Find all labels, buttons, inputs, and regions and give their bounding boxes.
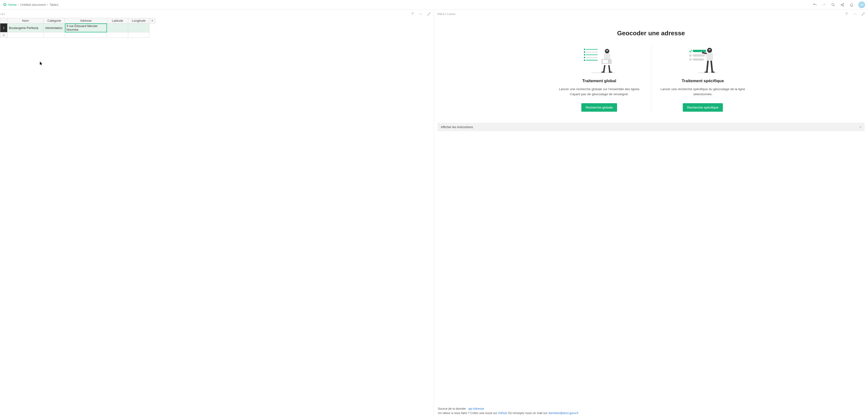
right-panel-title: TABLE1 Custom bbox=[437, 13, 456, 16]
header-longitude[interactable]: Longitude bbox=[128, 18, 150, 24]
header-nom[interactable]: Nom bbox=[7, 18, 44, 24]
breadcrumb-home[interactable]: Home bbox=[8, 3, 17, 6]
header-rownum bbox=[0, 18, 7, 24]
table-row[interactable]: 1 Boulangerie Perfecta Alimentation 3 ru… bbox=[0, 24, 155, 32]
widget-footer: Source de la donnée : api Adresse Un ret… bbox=[437, 404, 865, 416]
cell-latitude[interactable] bbox=[107, 24, 128, 32]
svg-rect-24 bbox=[606, 50, 608, 51]
widget-title: Geocoder une adresse bbox=[437, 29, 865, 37]
more-icon[interactable] bbox=[852, 11, 857, 17]
share-icon[interactable] bbox=[840, 2, 845, 7]
svg-point-13 bbox=[584, 49, 585, 50]
svg-point-21 bbox=[584, 60, 585, 61]
breadcrumb-sep: / bbox=[18, 3, 19, 6]
main-content: LE1 Nom Catégorie bbox=[0, 10, 868, 416]
topbar-actions: YB bbox=[812, 1, 865, 8]
cell-nom[interactable]: Boulangerie Perfecta bbox=[7, 24, 44, 32]
header-adresse[interactable]: Adresse bbox=[65, 18, 107, 24]
breadcrumb-doc[interactable]: Untitled document bbox=[20, 3, 45, 6]
filter-icon[interactable] bbox=[844, 11, 849, 17]
svg-point-17 bbox=[584, 54, 585, 55]
cell-adresse[interactable]: 3 rue Édouard Mercier Noumea bbox=[65, 24, 107, 32]
app-logo-icon[interactable] bbox=[3, 3, 7, 7]
source-label: Source de la donnée : bbox=[438, 407, 468, 411]
table-row[interactable]: 2 bbox=[0, 32, 155, 38]
svg-point-29 bbox=[609, 71, 612, 73]
expand-icon[interactable] bbox=[427, 11, 431, 17]
expand-icon[interactable] bbox=[861, 11, 866, 17]
search-icon[interactable] bbox=[831, 2, 836, 7]
left-panel-header: LE1 bbox=[0, 10, 434, 18]
svg-point-10 bbox=[854, 14, 854, 14]
svg-point-11 bbox=[855, 14, 855, 14]
option-global-heading: Traitement global bbox=[582, 79, 616, 83]
svg-point-40 bbox=[705, 71, 708, 73]
svg-rect-31 bbox=[693, 50, 706, 52]
cell-categorie[interactable]: Alimentation bbox=[44, 24, 65, 32]
notifications-icon[interactable] bbox=[849, 2, 854, 7]
email-link[interactable]: donnees@anct.gouv.fr bbox=[548, 411, 579, 415]
more-icon[interactable] bbox=[418, 11, 423, 17]
undo-icon[interactable] bbox=[812, 2, 817, 7]
github-link[interactable]: Github bbox=[498, 411, 507, 415]
svg-line-1 bbox=[834, 5, 835, 6]
redo-icon bbox=[822, 2, 827, 7]
add-column-button[interactable]: + bbox=[150, 18, 155, 24]
illustration-global bbox=[582, 46, 616, 75]
svg-rect-27 bbox=[602, 60, 608, 63]
plus-icon: + bbox=[859, 125, 861, 129]
option-global: Traitement global Lancer une recherche g… bbox=[549, 46, 650, 112]
feedback-mid: OU envoyez nous un mail sur bbox=[507, 411, 548, 415]
header-categorie[interactable]: Catégorie bbox=[44, 18, 65, 24]
breadcrumb: Home / Untitled document / Table1 bbox=[3, 3, 59, 7]
global-search-button[interactable]: Recherche globale bbox=[581, 103, 617, 112]
svg-point-19 bbox=[584, 57, 585, 58]
instructions-label: Afficher les instructions bbox=[441, 125, 473, 129]
row-number[interactable]: 2 bbox=[0, 32, 7, 38]
svg-rect-35 bbox=[693, 59, 704, 61]
right-panel-header: TABLE1 Custom bbox=[434, 10, 868, 18]
svg-rect-34 bbox=[689, 59, 692, 61]
svg-point-39 bbox=[701, 52, 702, 53]
svg-point-41 bbox=[711, 71, 715, 73]
cell-longitude[interactable] bbox=[128, 32, 150, 38]
svg-point-28 bbox=[601, 71, 605, 73]
source-link[interactable]: api Adresse bbox=[468, 407, 484, 411]
svg-point-7 bbox=[420, 14, 420, 14]
option-specific-heading: Traitement spécifique bbox=[682, 79, 724, 83]
cell-longitude[interactable] bbox=[128, 24, 150, 32]
options-row: Traitement global Lancer une recherche g… bbox=[437, 46, 865, 112]
avatar[interactable]: YB bbox=[858, 1, 865, 8]
geocoder-widget: Geocoder une adresse bbox=[434, 18, 868, 416]
svg-point-12 bbox=[856, 14, 856, 14]
breadcrumb-table[interactable]: Table1 bbox=[50, 3, 59, 6]
option-specific: Traitement spécifique Lancer une recherc… bbox=[652, 46, 753, 112]
svg-rect-33 bbox=[693, 54, 705, 57]
cell-latitude[interactable] bbox=[107, 32, 128, 38]
option-specific-desc: Lancer une recherche spécifique du géoco… bbox=[659, 87, 746, 97]
cell-adresse[interactable] bbox=[65, 32, 107, 38]
header-latitude[interactable]: Latitude bbox=[107, 18, 128, 24]
svg-line-6 bbox=[842, 5, 843, 5]
svg-point-36 bbox=[707, 48, 712, 53]
right-panel: TABLE1 Custom Geocoder une adresse bbox=[434, 10, 868, 416]
data-table[interactable]: Nom Catégorie Adresse Latitude Longitude… bbox=[0, 18, 155, 38]
cell-nom[interactable] bbox=[7, 32, 44, 38]
left-panel-title: LE1 bbox=[0, 13, 5, 16]
specific-search-button[interactable]: Recherche spécifique bbox=[683, 103, 723, 112]
top-bar: Home / Untitled document / Table1 YB bbox=[0, 0, 868, 10]
row-number[interactable]: 1 bbox=[0, 24, 7, 32]
svg-point-0 bbox=[832, 3, 834, 5]
illustration-specific bbox=[686, 46, 720, 75]
filter-icon[interactable] bbox=[410, 11, 415, 17]
table-wrap[interactable]: Nom Catégorie Adresse Latitude Longitude… bbox=[0, 18, 434, 38]
svg-point-15 bbox=[584, 52, 585, 53]
instructions-toggle[interactable]: Afficher les instructions + bbox=[437, 123, 865, 131]
svg-rect-32 bbox=[689, 54, 692, 57]
svg-point-8 bbox=[421, 14, 421, 14]
svg-rect-38 bbox=[706, 53, 713, 60]
cell-categorie[interactable] bbox=[44, 32, 65, 38]
feedback-prefix: Un retour à nous faire ? Créez une issue… bbox=[438, 411, 498, 415]
option-global-desc: Lancer une recherche globale sur l'ensem… bbox=[556, 87, 643, 97]
svg-point-9 bbox=[422, 14, 422, 14]
